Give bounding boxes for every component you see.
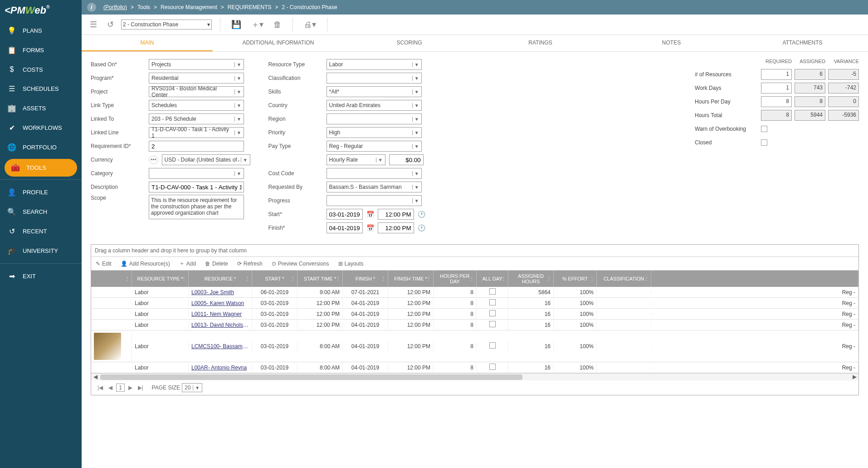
workdays-required[interactable]: 1 — [761, 83, 792, 94]
allday-checkbox[interactable] — [489, 299, 496, 305]
allday-checkbox[interactable] — [489, 321, 496, 327]
nav-profile[interactable]: 👤PROFILE — [0, 182, 82, 202]
col-hours-per-day[interactable]: HOURS PER DAY⋮ — [434, 271, 477, 287]
grid-edit-button[interactable]: ✎Edit — [96, 260, 112, 267]
col-start-time[interactable]: START TIME *⋮ — [297, 271, 343, 287]
req-id-input[interactable] — [149, 141, 244, 152]
table-row[interactable]: Labor L0013- David Nicholson 03-01-2019 … — [91, 320, 858, 330]
pay-type-select[interactable]: Reg - Regular▼ — [327, 141, 422, 152]
cell-resource-link[interactable]: L0005- Karen Watson — [189, 299, 252, 308]
print-icon[interactable]: 🖨▾ — [301, 18, 319, 31]
linked-to-select[interactable]: 203 - P6 Schedule▼ — [149, 113, 244, 124]
nav-assets[interactable]: 🏢ASSETS — [0, 99, 82, 118]
grid-add-button[interactable]: ＋Add — [179, 260, 196, 267]
pager-next[interactable]: ▶ — [127, 384, 134, 391]
col-image[interactable]: ⋮ — [91, 271, 132, 287]
scroll-thumb[interactable] — [100, 374, 522, 380]
country-select[interactable]: United Arab Emirates▼ — [327, 100, 422, 111]
tab-attachments[interactable]: ATTACHMENTS — [737, 35, 868, 51]
category-select[interactable]: ▼ — [149, 168, 244, 179]
requested-by-select[interactable]: Bassam.S - Bassam Samman▼ — [327, 182, 422, 192]
pager-last[interactable]: ▶| — [136, 384, 145, 391]
nav-costs[interactable]: $COSTS — [0, 60, 82, 79]
breadcrumb-resource-mgmt[interactable]: Resource Management — [161, 4, 217, 10]
rate-value-input[interactable] — [389, 154, 424, 165]
nav-exit[interactable]: ➡EXIT — [0, 266, 82, 286]
project-select[interactable]: RVS0104 - Boston Medical Center▼ — [149, 86, 244, 97]
description-input[interactable] — [149, 182, 244, 192]
calendar-icon[interactable]: 📅 — [366, 224, 374, 232]
hpd-required[interactable]: 8 — [761, 96, 792, 107]
allday-checkbox[interactable] — [489, 310, 496, 316]
breadcrumb-requirements[interactable]: REQUIREMENTS — [228, 4, 272, 10]
col-effort[interactable]: % EFFORT⋮ — [554, 271, 597, 287]
resources-required[interactable]: 1 — [761, 69, 792, 80]
col-resource-type[interactable]: RESOURCE TYPE *⋮ — [132, 271, 189, 287]
horizontal-scrollbar[interactable]: ◀ ▶ — [91, 373, 858, 380]
nav-schedules[interactable]: ☰SCHEDULES — [0, 79, 82, 99]
based-on-select[interactable]: Projects▼ — [149, 59, 244, 70]
rate-type-select[interactable]: Hourly Rate▼ — [327, 154, 385, 165]
grid-add-resources-button[interactable]: 👤Add Resource(s) — [121, 260, 170, 267]
save-icon[interactable]: 💾 — [229, 18, 244, 31]
clock-icon[interactable]: 🕐 — [418, 224, 425, 232]
tab-scoring[interactable]: SCORING — [344, 35, 475, 51]
col-finish-time[interactable]: FINISH TIME *⋮ — [388, 271, 434, 287]
currency-select[interactable]: USD - Dollar (United States of Ameri▼ — [162, 154, 250, 165]
priority-select[interactable]: High▼ — [327, 127, 422, 138]
table-row[interactable]: Labor L0011- Nem Wagner 03-01-2019 12:00… — [91, 309, 858, 320]
linked-line-select[interactable]: T1-D-CAV-000 - Task 1 - Activity 1▼ — [149, 127, 244, 138]
nav-search[interactable]: 🔍SEARCH — [0, 202, 82, 222]
nav-university[interactable]: 🎓UNIVERSITY — [0, 241, 82, 261]
calendar-icon[interactable]: 📅 — [366, 211, 374, 218]
start-date-input[interactable] — [327, 209, 363, 220]
nav-portfolio[interactable]: 🌐PORTFOLIO — [0, 138, 82, 157]
nav-forms[interactable]: 📋FORMS — [0, 40, 82, 60]
allday-checkbox[interactable] — [489, 364, 496, 370]
scroll-right-icon[interactable]: ▶ — [850, 374, 858, 380]
col-extra[interactable] — [651, 271, 858, 287]
col-resource[interactable]: RESOURCE *⋮ — [189, 271, 252, 287]
nav-tools[interactable]: 🧰TOOLS — [5, 159, 77, 177]
region-select[interactable]: ▼ — [327, 113, 422, 124]
cell-resource-link[interactable]: L0003- Joe Smith — [189, 288, 252, 297]
page-size-select[interactable]: 20▼ — [182, 383, 202, 392]
pager-first[interactable]: |◀ — [96, 384, 105, 391]
allday-checkbox[interactable] — [489, 342, 496, 349]
cell-resource-link[interactable]: L00AR- Antonio Reyna — [189, 363, 252, 372]
nav-workflows[interactable]: ✔WORKFLOWS — [0, 118, 82, 138]
info-icon[interactable]: i — [87, 3, 96, 12]
phase-dropdown[interactable]: 2 - Construction Phase▾ — [121, 20, 212, 30]
delete-icon[interactable]: 🗑 — [271, 18, 284, 31]
classification-select[interactable]: ▼ — [327, 73, 422, 84]
grid-refresh-button[interactable]: ⟳Refresh — [237, 260, 263, 267]
table-row[interactable]: Labor L0003- Joe Smith 06-01-2019 9:00 A… — [91, 287, 858, 298]
breadcrumb-root[interactable]: (Portfolio) — [103, 4, 127, 10]
list-icon[interactable]: ☰ — [87, 18, 100, 31]
currency-options-icon[interactable]: ••• — [149, 156, 158, 164]
table-row[interactable]: Labor L0005- Karen Watson 03-01-2019 12:… — [91, 298, 858, 309]
scroll-left-icon[interactable]: ◀ — [91, 374, 99, 380]
warn-checkbox[interactable] — [761, 126, 767, 132]
cell-resource-link[interactable]: L0013- David Nicholson — [189, 320, 252, 330]
tab-main[interactable]: MAIN — [82, 35, 213, 51]
col-classification[interactable]: CLASSIFICATION⋮ — [597, 271, 651, 287]
grid-layouts-button[interactable]: ⊞Layouts — [338, 260, 364, 267]
col-all-day[interactable]: ALL DAY⋮ — [477, 271, 508, 287]
breadcrumb-tools[interactable]: Tools — [137, 4, 150, 10]
cell-resource-link[interactable]: L0011- Nem Wagner — [189, 310, 252, 319]
link-type-select[interactable]: Schedules▼ — [149, 100, 244, 111]
nav-recent[interactable]: ↺RECENT — [0, 222, 82, 241]
col-start[interactable]: START *⋮ — [252, 271, 297, 287]
grid-delete-button[interactable]: 🗑Delete — [205, 260, 228, 267]
cost-code-select[interactable]: ▼ — [327, 168, 422, 179]
tab-ratings[interactable]: RATINGS — [475, 35, 606, 51]
undo-icon[interactable]: ↺ — [104, 18, 117, 31]
col-assigned-hours[interactable]: ASSIGNED HOURS⋮ — [508, 271, 554, 287]
cell-resource-link[interactable]: LCMCS100- Bassam San — [189, 342, 252, 351]
skills-select[interactable]: *All*▼ — [327, 86, 422, 97]
pager-prev[interactable]: ◀ — [107, 384, 114, 391]
table-row[interactable]: Labor L00AR- Antonio Reyna 03-01-2019 8:… — [91, 362, 858, 373]
scope-textarea[interactable]: This is the resource requirement for the… — [149, 195, 244, 219]
nav-plans[interactable]: 💡PLANS — [0, 21, 82, 40]
